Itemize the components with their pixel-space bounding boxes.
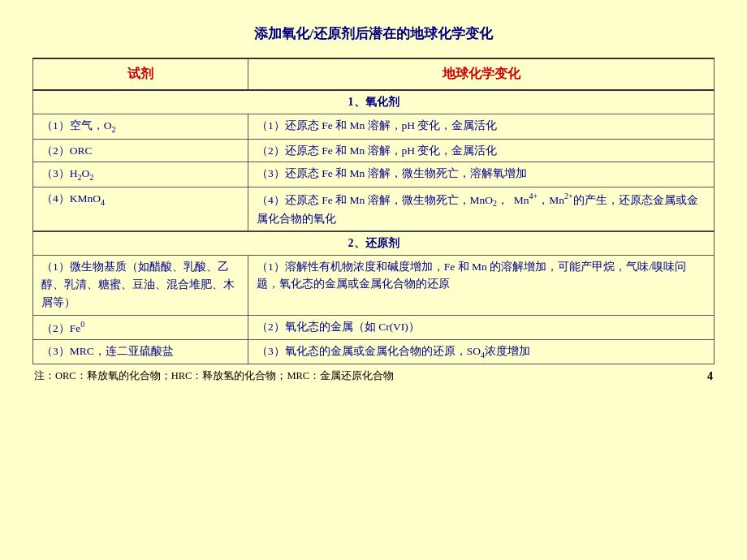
section2-header-row: 2、还原剂 bbox=[33, 231, 715, 256]
reagent-cell: （3）MRC，连二亚硫酸盐 bbox=[33, 339, 248, 364]
section1-header-row: 1、氧化剂 bbox=[33, 90, 715, 114]
change-cell: （1）还原态 Fe 和 Mn 溶解，pH 变化，金属活化 bbox=[248, 114, 715, 140]
page-title: 添加氧化/还原剂后潜在的地球化学变化 bbox=[254, 24, 493, 43]
change-cell: （2）氧化态的金属（如 Cr(VI)） bbox=[248, 315, 715, 339]
table-row: （2）Fe0 （2）氧化态的金属（如 Cr(VI)） bbox=[33, 315, 715, 339]
change-cell: （3）还原态 Fe 和 Mn 溶解，微生物死亡，溶解氧增加 bbox=[248, 162, 715, 187]
page-container: 添加氧化/还原剂后潜在的地球化学变化 试剂 地球化学变化 1、氧化剂 （1）空气… bbox=[0, 0, 747, 560]
page-number: 4 bbox=[707, 370, 713, 383]
table-row: （1）微生物基质（如醋酸、乳酸、乙醇、乳清、糖蜜、豆油、混合堆肥、木屑等） （1… bbox=[33, 255, 715, 315]
note-row: 注：ORC：释放氧的化合物；HRC：释放氢的化合物；MRC：金属还原化合物 4 bbox=[32, 369, 715, 383]
change-cell: （4）还原态 Fe 和 Mn 溶解，微生物死亡，MnO2， Mn4+，Mn2+的… bbox=[248, 187, 715, 230]
table-row: （2）ORC （2）还原态 Fe 和 Mn 溶解，pH 变化，金属活化 bbox=[33, 139, 715, 162]
change-cell: （2）还原态 Fe 和 Mn 溶解，pH 变化，金属活化 bbox=[248, 139, 715, 162]
reagent-cell: （1）空气，O2 bbox=[33, 114, 248, 140]
col-header-reagent: 试剂 bbox=[33, 58, 248, 90]
table-row: （1）空气，O2 （1）还原态 Fe 和 Mn 溶解，pH 变化，金属活化 bbox=[33, 114, 715, 140]
note-text: 注：ORC：释放氧的化合物；HRC：释放氢的化合物；MRC：金属还原化合物 bbox=[34, 369, 394, 383]
main-table: 试剂 地球化学变化 1、氧化剂 （1）空气，O2 （1）还原态 Fe 和 Mn … bbox=[32, 58, 715, 364]
table-row: （3）MRC，连二亚硫酸盐 （3）氧化态的金属或金属化合物的还原，SO4浓度增加 bbox=[33, 339, 715, 364]
reagent-cell: （3）H2O2 bbox=[33, 162, 248, 187]
section1-label: 1、氧化剂 bbox=[33, 90, 715, 114]
change-cell: （1）溶解性有机物浓度和碱度增加，Fe 和 Mn 的溶解增加，可能产甲烷，气味/… bbox=[248, 255, 715, 315]
change-cell: （3）氧化态的金属或金属化合物的还原，SO4浓度增加 bbox=[248, 339, 715, 364]
table-row: （3）H2O2 （3）还原态 Fe 和 Mn 溶解，微生物死亡，溶解氧增加 bbox=[33, 162, 715, 187]
reagent-cell: （4）KMnO4 bbox=[33, 187, 248, 230]
table-header-row: 试剂 地球化学变化 bbox=[33, 58, 715, 90]
reagent-cell: （2）Fe0 bbox=[33, 315, 248, 339]
reagent-cell: （2）ORC bbox=[33, 139, 248, 162]
section2-label: 2、还原剂 bbox=[33, 231, 715, 256]
table-row: （4）KMnO4 （4）还原态 Fe 和 Mn 溶解，微生物死亡，MnO2， M… bbox=[33, 187, 715, 230]
reagent-cell: （1）微生物基质（如醋酸、乳酸、乙醇、乳清、糖蜜、豆油、混合堆肥、木屑等） bbox=[33, 255, 248, 315]
col-header-changes: 地球化学变化 bbox=[248, 58, 715, 90]
